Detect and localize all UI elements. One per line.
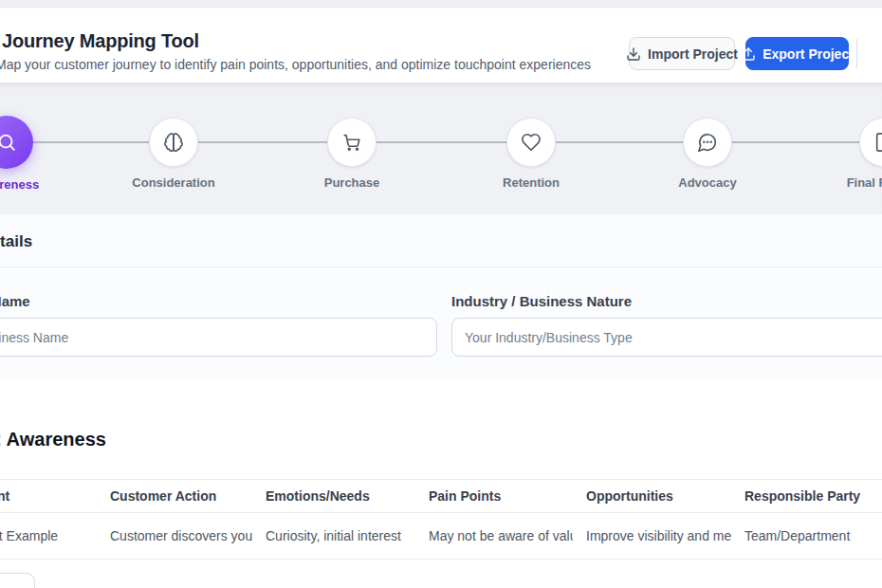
business-name-field[interactable] [0, 318, 437, 357]
cell-touchpoint[interactable]: Touchpoint Example [0, 528, 97, 543]
export-project-button[interactable]: Export Project [745, 37, 849, 70]
stage-label: Retention [465, 175, 597, 190]
journey-mapping-app: Journey Mapping Tool Map your customer j… [0, 0, 882, 588]
stage-advocacy[interactable]: Advocacy [641, 116, 774, 190]
export-project-label: Export Project [763, 46, 854, 62]
cell-opportunities[interactable]: Improve visibility and messaging [573, 528, 731, 543]
cart-icon [327, 118, 377, 167]
col-header-responsible-party: Responsible Party [731, 488, 882, 504]
industry-field[interactable] [451, 318, 882, 357]
cell-customer-action[interactable]: Customer discovers your brand [97, 528, 252, 543]
add-row-button[interactable] [0, 573, 35, 588]
stage-awareness-section: Stage 1: Awareness Touchpoint Customer A… [0, 380, 882, 588]
col-header-customer-action: Customer Action [97, 488, 252, 504]
app-header: Journey Mapping Tool Map your customer j… [0, 8, 882, 83]
download-icon [626, 46, 641, 62]
stage-label: Advocacy [641, 175, 774, 190]
page-top-strip [0, 0, 882, 8]
heart-icon [506, 118, 556, 167]
project-details-title: Project Details [0, 232, 32, 251]
industry-label: Industry / Business Nature [451, 293, 632, 309]
page-title: Journey Mapping Tool [2, 30, 199, 52]
business-name-label: Business Name [0, 293, 30, 309]
col-header-pain-points: Pain Points [415, 488, 573, 504]
stage-retention[interactable]: Retention [465, 116, 597, 190]
upload-icon [741, 46, 756, 62]
col-header-touchpoint: Touchpoint [0, 488, 97, 504]
cell-emotions-needs[interactable]: Curiosity, initial interest [252, 528, 415, 543]
stage-label: Final Review [818, 175, 882, 190]
page-subtitle: Map your customer journey to identify pa… [0, 57, 591, 72]
stage-purchase[interactable]: Purchase [285, 116, 418, 190]
header-divider [856, 39, 857, 68]
stage-section-title: Stage 1: Awareness [0, 429, 106, 450]
table-row: Touchpoint Example Customer discovers yo… [0, 513, 882, 560]
stage-label: Consideration [107, 175, 240, 190]
cell-responsible-party[interactable]: Team/Department [731, 528, 882, 543]
journey-stage-stepper: Awareness Consideration Purchase [0, 83, 882, 215]
cell-pain-points[interactable]: May not be aware of value proposition [415, 528, 573, 543]
touchpoint-table: Touchpoint Customer Action Emotions/Need… [0, 479, 882, 560]
import-project-button[interactable]: Import Project [629, 37, 735, 70]
stage-final-review[interactable]: Final Review [818, 116, 882, 190]
col-header-opportunities: Opportunities [573, 488, 731, 504]
import-project-label: Import Project [648, 46, 738, 62]
stage-awareness[interactable]: Awareness [0, 116, 73, 192]
col-header-emotions-needs: Emotions/Needs [252, 488, 415, 504]
stage-label: Purchase [285, 175, 418, 190]
search-icon [0, 116, 33, 169]
project-details-section: Project Details Business Name Industry /… [0, 214, 882, 381]
chat-bubble-icon [683, 118, 732, 167]
brain-icon [149, 118, 198, 167]
document-icon [859, 118, 882, 167]
stage-label: Awareness [0, 177, 73, 192]
table-header-row: Touchpoint Customer Action Emotions/Need… [0, 479, 882, 513]
stage-consideration[interactable]: Consideration [107, 116, 240, 190]
section-divider [0, 266, 882, 267]
